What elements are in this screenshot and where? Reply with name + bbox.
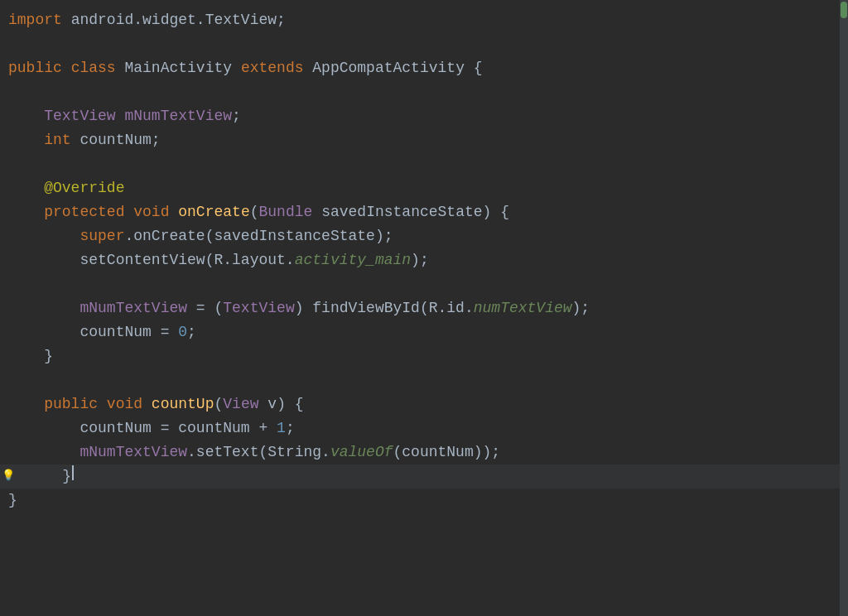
token: ; [187,324,196,340]
code-content: mNumTextView.setText(String.valueOf(coun… [8,440,500,464]
token: super [80,228,124,244]
token: public [44,396,107,412]
token [8,420,80,436]
code-content: super.onCreate(savedInstanceState); [8,224,393,248]
token: v [267,396,277,412]
code-content [8,32,17,56]
token: void [133,204,178,220]
token: ( [250,204,259,220]
code-content [8,80,17,104]
token: class [71,60,125,76]
token: import [8,12,71,28]
token: @Override [44,180,124,196]
code-content: } [8,488,17,513]
token: } [8,492,17,508]
token: activity_main [295,252,411,268]
token: countNum [80,324,151,340]
token: void [107,396,152,412]
scrollbar-thumb[interactable] [841,2,847,18]
token [8,180,44,196]
token: ); [572,300,590,316]
code-line: protected void onCreate(Bundle savedInst… [0,200,848,224]
token: savedInstanceState [321,204,482,220]
code-content [8,272,17,296]
code-line: countNum = countNum + 1; [0,416,848,440]
token: numTextView [474,300,572,316]
code-line: TextView mNumTextView; [0,104,848,128]
code-content: } [8,344,53,368]
code-lines: import android.widget.TextView; public c… [0,8,848,513]
code-content: countNum = countNum + 1; [8,416,295,440]
code-line: @Override [0,176,848,200]
token: mNumTextView [80,444,187,460]
token: extends [241,60,312,76]
code-content [8,368,17,392]
code-content: protected void onCreate(Bundle savedInst… [8,200,509,224]
token: ( [214,396,223,412]
token: MainActivity [124,60,240,76]
token: } [62,468,71,484]
token: ) { [277,396,303,412]
token: TextView [44,108,124,124]
code-line: setContentView(R.layout.activity_main); [0,248,848,272]
code-content: import android.widget.TextView; [8,8,286,32]
token: ; [277,12,286,28]
token: = ( [187,300,223,316]
token [8,204,44,220]
token [8,108,44,124]
token: { [465,60,483,76]
token: countNum [80,420,151,436]
code-line: public class MainActivity extends AppCom… [0,56,848,80]
token [26,468,62,484]
code-content: int countNum; [8,128,161,152]
code-line: int countNum; [0,128,848,152]
token [8,252,80,268]
token [8,444,80,460]
code-line: import android.widget.TextView; [0,8,848,32]
token: 0 [178,324,187,340]
gutter-icon: 💡 [2,468,15,485]
token [8,396,44,412]
code-line: mNumTextView.setText(String.valueOf(coun… [0,440,848,464]
code-content: setContentView(R.layout.activity_main); [8,248,429,272]
token: (countNum)); [393,444,501,460]
token: mNumTextView [80,300,187,316]
code-content: countNum = 0; [8,320,196,344]
code-content: public class MainActivity extends AppCom… [8,56,483,80]
token [8,132,44,148]
code-content [8,152,17,176]
token: Bundle [259,204,322,220]
token: ); [411,252,429,268]
scrollbar[interactable] [840,0,848,616]
token: int [44,132,80,148]
token: = [152,324,178,340]
token: } [44,348,53,364]
code-line: } [0,344,848,368]
token: setContentView(R.layout. [80,252,294,268]
code-line [0,152,848,176]
code-line: } [0,488,848,513]
token: ) { [483,204,509,220]
code-editor: import android.widget.TextView; public c… [0,0,848,616]
code-line: super.onCreate(savedInstanceState); [0,224,848,248]
token: .setText(String. [187,444,330,460]
token: View [223,396,267,412]
code-content: mNumTextView = (TextView) findViewById(R… [8,296,590,320]
code-line: public void countUp(View v) { [0,392,848,416]
code-line: mNumTextView = (TextView) findViewById(R… [0,296,848,320]
code-line [0,32,848,56]
code-content: public void countUp(View v) { [8,392,304,416]
token: ; [232,108,241,124]
code-content: TextView mNumTextView; [8,104,241,128]
token: ) findViewById(R.id. [295,300,474,316]
token [8,348,44,364]
code-content: @Override [8,176,124,200]
token: .onCreate(savedInstanceState); [124,228,393,244]
token: android.widget.TextView [71,12,277,28]
token: countNum [80,132,151,148]
code-content: } [8,464,74,488]
token: ; [152,132,161,148]
token: valueOf [330,444,393,460]
token: ; [286,420,295,436]
token: mNumTextView [124,108,232,124]
